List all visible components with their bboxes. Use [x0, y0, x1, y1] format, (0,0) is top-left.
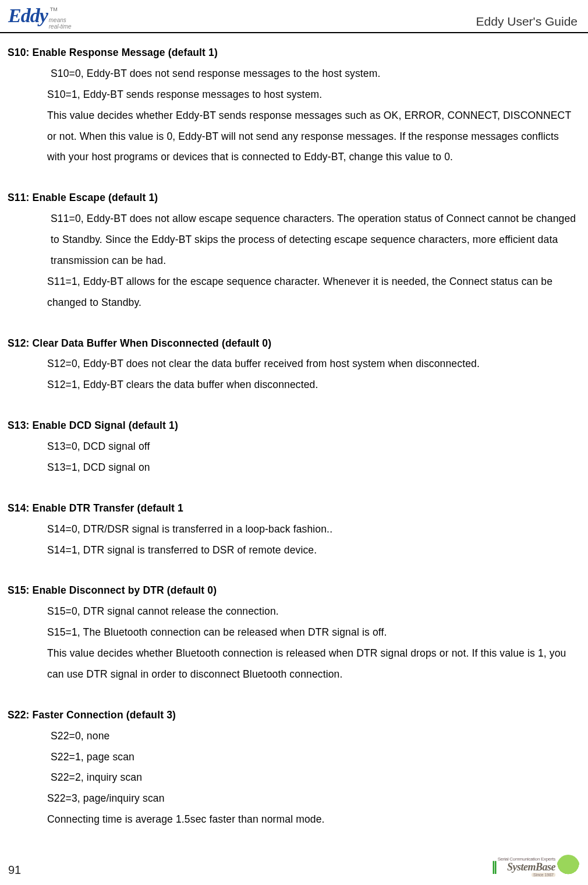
- s22-p2: S22=1, page scan: [8, 747, 578, 768]
- s10-p3: This value decides whether Eddy-BT sends…: [8, 105, 578, 168]
- section-s15: S15: Enable Disconnect by DTR (default 0…: [8, 580, 578, 685]
- logo-tm: TM: [50, 6, 72, 12]
- s11-p2: S11=1, Eddy-BT allows for the escape seq…: [8, 272, 578, 313]
- s13-p2: S13=1, DCD signal on: [8, 457, 578, 478]
- s15-heading: S15: Enable Disconnect by DTR (default 0…: [8, 580, 578, 601]
- s14-heading: S14: Enable DTR Transfer (default 1: [8, 498, 578, 519]
- page-content: S10: Enable Response Message (default 1)…: [0, 43, 588, 830]
- s11-heading: S11: Enable Escape (default 1): [8, 188, 578, 209]
- footer-since: Since 1987: [532, 873, 555, 877]
- s15-p2: S15=1, The Bluetooth connection can be r…: [8, 622, 578, 643]
- s13-heading: S13: Enable DCD Signal (default 1): [8, 415, 578, 436]
- s12-p1: S12=0, Eddy-BT does not clear the data b…: [8, 354, 578, 375]
- s22-p5: Connecting time is average 1.5sec faster…: [8, 809, 578, 830]
- footer-brand-block: Serial Communication Experts SystemBase …: [498, 857, 555, 877]
- logo-meta: TM means real-time: [50, 5, 72, 30]
- frog-icon: [557, 855, 580, 879]
- page-header: Eddy TM means real-time Eddy User's Guid…: [0, 0, 588, 33]
- s15-p1: S15=0, DTR signal cannot release the con…: [8, 601, 578, 622]
- s15-p3: This value decides whether Bluetooth con…: [8, 643, 578, 685]
- s13-p1: S13=0, DCD signal off: [8, 436, 578, 457]
- s10-p2: S10=1, Eddy-BT sends response messages t…: [8, 84, 578, 105]
- page-footer: 91 ∥ Serial Communication Experts System…: [0, 863, 588, 877]
- s22-p3: S22=2, inquiry scan: [8, 767, 578, 788]
- logo: Eddy TM means real-time: [8, 5, 72, 30]
- section-s11: S11: Enable Escape (default 1) S11=0, Ed…: [8, 188, 578, 313]
- logo-tagline: means real-time: [49, 17, 72, 30]
- logo-text: Eddy: [8, 5, 48, 27]
- leaf-icon: ∥: [491, 859, 498, 875]
- footer-brand: SystemBase: [507, 862, 555, 872]
- s22-heading: S22: Faster Connection (default 3): [8, 705, 578, 726]
- s12-p2: S12=1, Eddy-BT clears the data buffer wh…: [8, 375, 578, 396]
- section-s13: S13: Enable DCD Signal (default 1) S13=0…: [8, 415, 578, 478]
- s22-p4: S22=3, page/inquiry scan: [8, 788, 578, 809]
- section-s22: S22: Faster Connection (default 3) S22=0…: [8, 705, 578, 830]
- doc-title: Eddy User's Guide: [476, 15, 578, 30]
- s10-heading: S10: Enable Response Message (default 1): [8, 43, 578, 64]
- section-s10: S10: Enable Response Message (default 1)…: [8, 43, 578, 168]
- s12-heading: S12: Clear Data Buffer When Disconnected…: [8, 333, 578, 354]
- section-s14: S14: Enable DTR Transfer (default 1 S14=…: [8, 498, 578, 561]
- s10-p1: S10=0, Eddy-BT does not send response me…: [8, 64, 578, 84]
- s11-p1: S11=0, Eddy-BT does not allow escape seq…: [8, 209, 578, 272]
- s14-p1: S14=0, DTR/DSR signal is transferred in …: [8, 519, 578, 540]
- footer-logo: ∥ Serial Communication Experts SystemBas…: [491, 855, 580, 879]
- section-s12: S12: Clear Data Buffer When Disconnected…: [8, 333, 578, 396]
- s22-p1: S22=0, none: [8, 726, 578, 747]
- s14-p2: S14=1, DTR signal is transferred to DSR …: [8, 540, 578, 561]
